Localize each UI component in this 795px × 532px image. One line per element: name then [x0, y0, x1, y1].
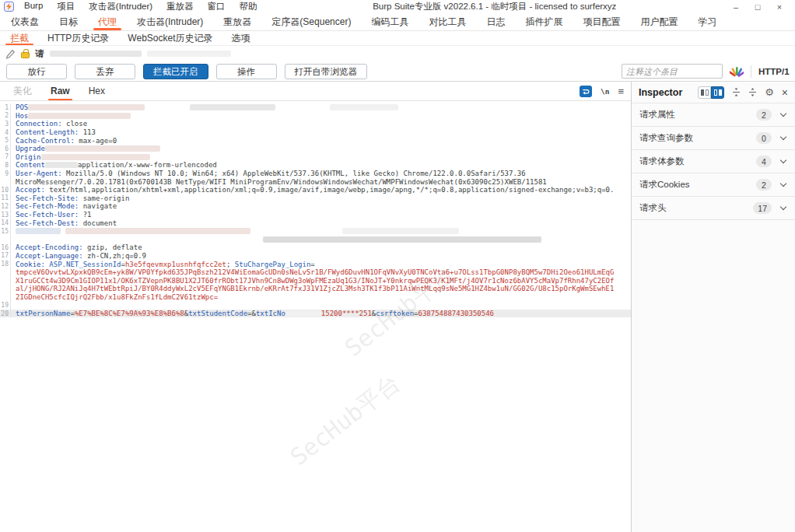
- request-line[interactable]: 19: [0, 301, 631, 310]
- inspector-view-toggle: [698, 86, 724, 99]
- main-tab-8[interactable]: 日志: [476, 13, 515, 30]
- main-tab-10[interactable]: 项目配置: [573, 13, 630, 30]
- redacted-blur: [41, 154, 150, 160]
- menubar-item-0[interactable]: Burp: [17, 1, 50, 12]
- line-content: POS: [10, 103, 631, 112]
- action-button[interactable]: 操作: [216, 64, 277, 79]
- main-tab-6[interactable]: 编码工具: [361, 13, 419, 30]
- request-line[interactable]: 15: [0, 227, 631, 236]
- request-editor[interactable]: SecHub平台 SecHub平台 1POS2Hos3Connection: c…: [0, 101, 631, 532]
- request-line[interactable]: al/jHONG/RJ2ANiJq4H7tWEbtRpiJ/BY0R4ddyWx…: [0, 285, 631, 293]
- redacted-blur: [28, 113, 131, 119]
- main-tab-12[interactable]: 学习: [688, 13, 727, 30]
- line-number: 16: [0, 244, 10, 251]
- code-text: document: [79, 219, 117, 227]
- inspector-section-0[interactable]: 请求属性2: [632, 103, 795, 127]
- request-line[interactable]: MicroMessenger/7.0.20.1781(0x6700143B Ne…: [0, 177, 631, 186]
- request-line[interactable]: 3Connection: close: [0, 120, 631, 128]
- side-view-button[interactable]: [711, 86, 724, 99]
- forward-button[interactable]: 放行: [6, 64, 67, 79]
- highlight-color-fan-icon[interactable]: [730, 65, 744, 78]
- code-text: csrftoken: [376, 310, 414, 317]
- inspector-section-4[interactable]: 请求头17: [632, 197, 795, 220]
- request-line[interactable]: 7Origin: [0, 153, 631, 162]
- request-line[interactable]: 18Cookie: ASP.NET_SessionId=h3e5fqevmxp1…: [0, 260, 631, 268]
- request-line[interactable]: 12Sec-Fetch-Mode: navigate: [0, 202, 631, 211]
- menubar-item-3[interactable]: 重放器: [159, 1, 201, 12]
- line-number: 15: [0, 228, 10, 235]
- message-editor: 美化RawHex\n≡ SecHub平台 SecHub平台 1POS2Hos3C…: [0, 82, 631, 532]
- soft-wrap-icon[interactable]: [580, 86, 592, 97]
- main-tab-4[interactable]: 重放器: [213, 13, 261, 30]
- request-line[interactable]: 8Contentapplication/x-www-form-urlencode…: [0, 161, 631, 170]
- request-line[interactable]: X1ruGCCt4w3D9Cm1GIOP11x1/OK6xTZVepnPK8BU…: [0, 276, 631, 285]
- proxy-tab-1[interactable]: HTTP历史记录: [38, 31, 118, 45]
- drop-button[interactable]: 丢弃: [75, 64, 135, 79]
- close-inspector-icon[interactable]: ×: [782, 87, 788, 98]
- inspector-section-2[interactable]: 请求体参数4: [632, 150, 795, 173]
- request-line[interactable]: 17Accept-Language: zh-CN,zh;q=0.9: [0, 252, 631, 261]
- request-line[interactable]: 2IGDneCH5cfcIQjrQ2Fbb/x1u8FkZnFs1fLdmC2V…: [0, 293, 631, 302]
- menubar-item-1[interactable]: 项目: [50, 1, 82, 12]
- editor-tab-raw[interactable]: Raw: [41, 82, 79, 100]
- main-tab-11[interactable]: 用户配置: [630, 13, 688, 30]
- main-tab-5[interactable]: 定序器(Sequencer): [261, 13, 361, 30]
- request-line[interactable]: 1POS: [0, 103, 631, 112]
- expand-all-icon[interactable]: [748, 88, 757, 96]
- proxy-tab-3[interactable]: 选项: [222, 31, 260, 45]
- request-line[interactable]: 11Sec-Fetch-Site: same-origin: [0, 194, 631, 203]
- main-tab-9[interactable]: 插件扩展: [515, 13, 573, 30]
- line-number: 14: [0, 219, 10, 226]
- request-line[interactable]: [0, 236, 631, 244]
- close-button[interactable]: ×: [769, 2, 790, 12]
- line-content: Sec-Fetch-Mode: navigate: [10, 202, 631, 211]
- line-content: Accept-Encoding: gzip, deflate: [10, 243, 631, 252]
- section-label: 请求查询参数: [639, 132, 693, 144]
- editor-tab-hex[interactable]: Hex: [79, 82, 114, 100]
- proxy-tab-bar: 拦截HTTP历史记录WebSocket历史记录选项: [0, 31, 795, 46]
- request-line[interactable]: 10Accept: text/html,application/xhtml+xm…: [0, 186, 631, 194]
- editor-tab-pretty[interactable]: 美化: [4, 82, 41, 100]
- pencil-icon[interactable]: [5, 49, 16, 59]
- main-tab-0[interactable]: 仪表盘: [1, 13, 49, 30]
- menubar-item-2[interactable]: 攻击器(Intruder): [82, 1, 159, 12]
- request-line[interactable]: 9User-Agent: Mozilla/5.0 (Windows NT 10.…: [0, 170, 631, 178]
- open-browser-button[interactable]: 打开自带浏览器: [285, 64, 368, 79]
- request-line[interactable]: 6Upgrade: [0, 145, 631, 153]
- intercept-toggle-button[interactable]: 拦截已开启: [143, 64, 208, 79]
- gear-icon[interactable]: ⚙: [765, 87, 774, 97]
- request-line[interactable]: 2Hos: [0, 112, 631, 121]
- menubar-item-4[interactable]: 窗口: [201, 1, 233, 12]
- minimize-button[interactable]: –: [725, 2, 747, 12]
- main-tab-2[interactable]: 代理: [88, 13, 127, 30]
- section-label: 请求属性: [639, 109, 675, 121]
- main-tab-7[interactable]: 对比工具: [419, 13, 476, 30]
- inspector-section-3[interactable]: 请求Cookies2: [632, 173, 795, 197]
- request-line[interactable]: 14Sec-Fetch-Dest: document: [0, 219, 631, 227]
- main-tab-1[interactable]: 目标: [49, 13, 88, 30]
- request-line[interactable]: 4Content-Length: 113: [0, 128, 631, 137]
- line-number: 1: [0, 104, 10, 111]
- editor-menu-icon[interactable]: ≡: [618, 86, 624, 96]
- maximize-button[interactable]: □: [747, 2, 769, 12]
- inspector-section-1[interactable]: 请求查询参数0: [632, 127, 795, 150]
- redacted-blur: [330, 104, 398, 110]
- request-line[interactable]: 16Accept-Encoding: gzip, deflate: [0, 243, 631, 252]
- http-version-selector[interactable]: HTTP/1: [758, 67, 790, 76]
- request-line[interactable]: tmpceV6OvvtwLXpxkQB9cEm+yk8W/VP0Yfpkd635…: [0, 268, 631, 277]
- menubar-item-5[interactable]: 帮助: [233, 1, 264, 12]
- split-view-button[interactable]: [698, 86, 711, 99]
- chevron-down-icon: [780, 157, 786, 163]
- comment-input[interactable]: [622, 64, 723, 79]
- collapse-all-icon[interactable]: [732, 88, 741, 96]
- main-tab-3[interactable]: 攻击器(Intruder): [127, 13, 213, 30]
- request-line[interactable]: 20txtPersonName=%E7%BE%8C%E7%9A%93%E8%B6…: [0, 310, 631, 318]
- proxy-tab-2[interactable]: WebSocket历史记录: [118, 31, 222, 45]
- request-line[interactable]: 13Sec-Fetch-User: ?1: [0, 211, 631, 219]
- proxy-tab-0[interactable]: 拦截: [1, 31, 38, 45]
- code-text: Content-Length:: [16, 128, 79, 136]
- request-line[interactable]: 5Cache-Control: max-age=0: [0, 136, 631, 145]
- newline-icon[interactable]: \n: [601, 87, 609, 96]
- redacted-blur: [28, 104, 145, 110]
- line-content: Sec-Fetch-User: ?1: [10, 211, 631, 219]
